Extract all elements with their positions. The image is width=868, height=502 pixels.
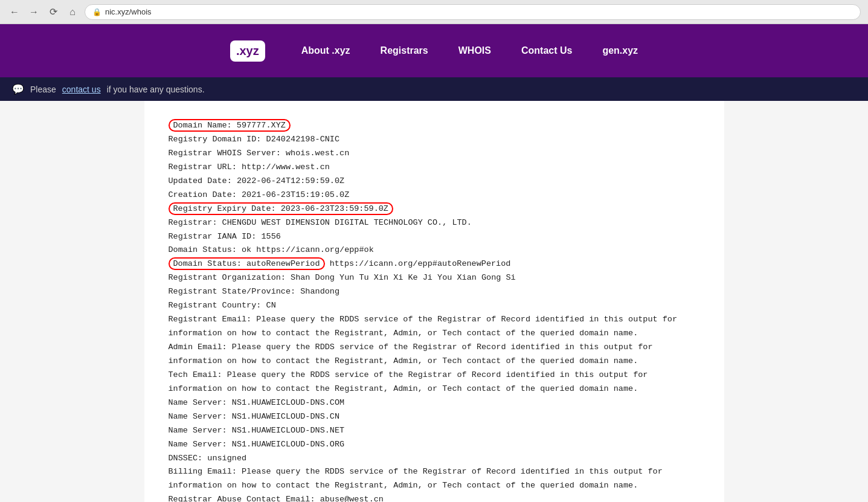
whois-line: Registrar Abuse Contact Email: abuse@wes… bbox=[169, 493, 700, 502]
whois-line: Registry Expiry Date: 2023-06-23T23:59:5… bbox=[169, 202, 700, 216]
nav-link-registrars[interactable]: Registrars bbox=[381, 45, 428, 56]
whois-line: Name Server: NS1.HUAWEICLOUD-DNS.ORG bbox=[169, 438, 700, 452]
site-header: .xyz About .xyz Registrars WHOIS Contact… bbox=[0, 24, 868, 77]
whois-line: Registrar IANA ID: 1556 bbox=[169, 230, 700, 244]
whois-line: DNSSEC: unsigned bbox=[169, 452, 700, 466]
whois-line: Registrar: CHENGDU WEST DIMENSION DIGITA… bbox=[169, 216, 700, 230]
nav-link-whois[interactable]: WHOIS bbox=[458, 45, 491, 56]
whois-line: Registrar URL: http://www.west.cn bbox=[169, 161, 700, 175]
browser-chrome: ← → ⟳ ⌂ 🔒 nic.xyz/whois bbox=[0, 0, 868, 24]
whois-line: Registrant Country: CN bbox=[169, 299, 700, 313]
nav-link-gen[interactable]: gen.xyz bbox=[602, 45, 638, 56]
whois-line: Registrant State/Province: Shandong bbox=[169, 285, 700, 299]
nav-item-registrars[interactable]: Registrars bbox=[381, 45, 428, 56]
whois-data: Domain Name: 597777.XYZRegistry Domain I… bbox=[169, 119, 700, 502]
whois-line: Tech Email: Please query the RDDS servic… bbox=[169, 368, 700, 396]
nav-item-gen[interactable]: gen.xyz bbox=[602, 45, 638, 56]
url-text: nic.xyz/whois bbox=[105, 7, 152, 16]
whois-line: Registrar WHOIS Server: whois.west.cn bbox=[169, 147, 700, 161]
whois-line: Admin Email: Please query the RDDS servi… bbox=[169, 341, 700, 368]
back-button[interactable]: ← bbox=[7, 5, 22, 19]
notice-contact-link[interactable]: contact us bbox=[62, 85, 101, 94]
circled-highlight: Domain Status: autoRenewPeriod bbox=[169, 257, 325, 270]
notice-suffix: if you have any questions. bbox=[107, 85, 205, 94]
main-nav: About .xyz Registrars WHOIS Contact Us g… bbox=[301, 45, 638, 56]
chat-icon: 💬 bbox=[12, 83, 24, 95]
lock-icon: 🔒 bbox=[92, 8, 101, 16]
nav-links: About .xyz Registrars WHOIS Contact Us g… bbox=[301, 45, 638, 56]
address-bar[interactable]: 🔒 nic.xyz/whois bbox=[85, 4, 861, 20]
nav-item-about[interactable]: About .xyz bbox=[301, 45, 350, 56]
circled-highlight: Registry Expiry Date: 2023-06-23T23:59:5… bbox=[169, 202, 393, 215]
whois-line: Creation Date: 2021-06-23T15:19:05.0Z bbox=[169, 188, 700, 202]
whois-line: Registry Domain ID: D240242198-CNIC bbox=[169, 133, 700, 147]
whois-line: Domain Status: autoRenewPeriod https://i… bbox=[169, 257, 700, 271]
nav-item-contact[interactable]: Contact Us bbox=[521, 45, 572, 56]
nav-link-contact[interactable]: Contact Us bbox=[521, 45, 572, 56]
logo-container: .xyz bbox=[230, 40, 265, 62]
whois-line: Updated Date: 2022-06-24T12:59:59.0Z bbox=[169, 175, 700, 188]
circled-highlight: Domain Name: 597777.XYZ bbox=[169, 119, 291, 132]
nav-link-about[interactable]: About .xyz bbox=[301, 45, 350, 56]
notice-bar: 💬 Please contact us if you have any ques… bbox=[0, 77, 868, 101]
notice-prefix: Please bbox=[30, 85, 56, 94]
whois-line: Name Server: NS1.HUAWEICLOUD-DNS.COM bbox=[169, 396, 700, 410]
whois-line: Name Server: NS1.HUAWEICLOUD-DNS.CN bbox=[169, 410, 700, 424]
reload-button[interactable]: ⟳ bbox=[46, 5, 60, 19]
nav-item-whois[interactable]: WHOIS bbox=[458, 45, 491, 56]
whois-line: Billing Email: Please query the RDDS ser… bbox=[169, 465, 700, 493]
whois-line: Domain Status: ok https://icann.org/epp#… bbox=[169, 243, 700, 257]
home-button[interactable]: ⌂ bbox=[65, 5, 80, 19]
forward-button[interactable]: → bbox=[27, 5, 41, 19]
whois-line: Registrant Organization: Shan Dong Yun T… bbox=[169, 271, 700, 285]
logo[interactable]: .xyz bbox=[230, 40, 265, 62]
whois-line: Domain Name: 597777.XYZ bbox=[169, 119, 700, 133]
main-content: Domain Name: 597777.XYZRegistry Domain I… bbox=[144, 101, 724, 502]
whois-line: Registrant Email: Please query the RDDS … bbox=[169, 313, 700, 341]
whois-line: Name Server: NS1.HUAWEICLOUD-DNS.NET bbox=[169, 424, 700, 438]
